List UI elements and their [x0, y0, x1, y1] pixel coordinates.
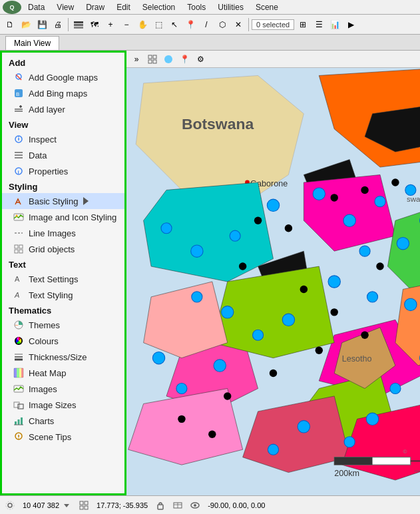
extra-button[interactable]: ▶: [343, 17, 358, 32]
layers-button[interactable]: [71, 17, 86, 32]
table-view-button[interactable]: ☰: [312, 17, 326, 32]
sidebar-item-image-sizes[interactable]: Image Sizes: [2, 397, 124, 413]
sidebar-label-properties: Properties: [29, 166, 68, 176]
pointer-button[interactable]: ↖: [167, 17, 182, 32]
grid-objects-icon: [13, 243, 25, 255]
map-toolbar-pin[interactable]: 📍: [177, 52, 192, 67]
tab-main-view[interactable]: Main View: [5, 36, 59, 50]
sidebar-label-themes: Themes: [29, 320, 60, 330]
svg-rect-15: [15, 154, 23, 156]
sidebar-item-heat-map[interactable]: Heat Map: [2, 365, 124, 381]
sidebar-label-add-layer: Add layer: [29, 105, 65, 115]
sidebar-item-themes[interactable]: Themes: [2, 317, 124, 333]
menu-edit[interactable]: Edit: [111, 1, 136, 13]
map-area[interactable]: » 📍 ⚙ Botswana Gaborone: [126, 51, 420, 495]
sidebar-item-add-bing-maps[interactable]: B Add Bing maps: [2, 85, 124, 101]
svg-point-112: [6, 501, 14, 509]
section-header-add: Add: [2, 55, 124, 69]
menu-scene[interactable]: Scene: [250, 1, 284, 13]
status-coordinate: 10 407 382: [23, 501, 71, 510]
map-button[interactable]: 🗺: [87, 17, 102, 32]
svg-point-123: [194, 504, 196, 507]
zoom-in-button[interactable]: +: [103, 17, 118, 32]
sidebar-item-add-google-maps[interactable]: Add Google maps: [2, 69, 124, 85]
svg-point-78: [298, 421, 310, 433]
menu-tools[interactable]: Tools: [182, 1, 211, 13]
svg-point-71: [367, 292, 378, 302]
new-button[interactable]: 🗋: [3, 17, 17, 32]
svg-point-87: [230, 230, 240, 241]
data-icon: [13, 149, 25, 161]
map-toolbar-grid[interactable]: [145, 52, 160, 67]
svg-rect-42: [18, 404, 23, 409]
section-header-view: View: [2, 117, 124, 131]
sidebar-item-scene-tips[interactable]: Scene Tips: [2, 429, 124, 445]
draw-line-button[interactable]: /: [199, 17, 214, 32]
selection-count: 0 selected: [252, 19, 294, 30]
sidebar-item-inspect[interactable]: Inspect: [2, 131, 124, 147]
print-button[interactable]: 🖨: [51, 17, 65, 32]
sidebar-item-text-styling[interactable]: A Text Styling: [2, 287, 124, 303]
line-images-icon: [13, 227, 25, 239]
selection-btn2[interactable]: ⊞: [296, 17, 310, 32]
sidebar-label-scene-tips: Scene Tips: [29, 432, 71, 442]
svg-rect-44: [18, 419, 20, 425]
select-button[interactable]: ⬚: [151, 17, 166, 32]
sidebar-item-properties[interactable]: i Properties: [2, 163, 124, 179]
svg-point-88: [191, 245, 203, 257]
menu-selection[interactable]: Selection: [137, 1, 180, 13]
svg-point-86: [282, 314, 294, 326]
sidebar-item-basic-styling[interactable]: Basic Styling: [2, 193, 124, 209]
svg-rect-114: [80, 501, 83, 505]
dropdown-icon[interactable]: [62, 501, 71, 510]
status-coords-detail: 17.773; -35.935: [97, 501, 148, 509]
zoom-out-button[interactable]: −: [119, 17, 134, 32]
menu-view[interactable]: View: [51, 1, 79, 13]
map-toolbar-color[interactable]: [161, 52, 176, 67]
svg-rect-38: [19, 368, 21, 378]
sidebar-label-text-styling: Text Styling: [29, 290, 73, 300]
svg-rect-43: [15, 421, 17, 425]
sidebar-item-add-layer[interactable]: Add layer: [2, 101, 124, 117]
svg-point-85: [253, 330, 264, 340]
svg-point-100: [208, 431, 216, 438]
map-sub-toolbar: » 📍 ⚙: [126, 51, 420, 68]
draw-polygon-button[interactable]: ⬡: [215, 17, 230, 32]
cursor-indicator: [83, 197, 89, 205]
section-header-thematics: Thematics: [2, 303, 124, 317]
sidebar-item-thickness-size[interactable]: Thickness/Size: [2, 349, 124, 365]
svg-point-103: [391, 178, 399, 186]
save-button[interactable]: 💾: [35, 17, 49, 32]
sidebar-item-image-icon-styling[interactable]: Image and Icon Styling: [2, 209, 124, 225]
map-toolbar-expand[interactable]: »: [129, 52, 144, 67]
images-icon: [13, 383, 25, 395]
eye-icon: [190, 501, 200, 510]
draw-point-button[interactable]: 📍: [183, 17, 198, 32]
sidebar-item-text-settings[interactable]: A Text Settings: [2, 271, 124, 287]
menu-utilities[interactable]: Utilities: [212, 1, 249, 13]
sidebar-item-grid-objects[interactable]: Grid objects: [2, 241, 124, 257]
sidebar-item-colours[interactable]: Colours: [2, 333, 124, 349]
sidebar-item-charts[interactable]: Charts: [2, 413, 124, 429]
svg-rect-16: [15, 157, 23, 158]
svg-point-76: [366, 413, 378, 425]
menu-draw[interactable]: Draw: [81, 1, 110, 13]
close-select-button[interactable]: ✕: [231, 17, 246, 32]
pan-button[interactable]: ✋: [135, 17, 150, 32]
sidebar-label-add-google-maps: Add Google maps: [29, 73, 98, 83]
svg-point-94: [330, 308, 337, 316]
chart-button2[interactable]: 📊: [327, 17, 342, 32]
map-toolbar-settings[interactable]: ⚙: [193, 52, 208, 67]
status-gear[interactable]: [5, 501, 15, 510]
open-button[interactable]: 📂: [19, 17, 33, 32]
basic-styling-icon: [13, 195, 25, 207]
sidebar-item-line-images[interactable]: Line Images: [2, 225, 124, 241]
status-eye-icon-container: [190, 501, 200, 510]
sidebar-item-data[interactable]: Data: [2, 147, 124, 163]
svg-rect-36: [14, 368, 17, 378]
sidebar-label-grid-objects: Grid objects: [29, 244, 75, 254]
sidebar-label-basic-styling: Basic Styling: [29, 196, 78, 206]
svg-point-79: [268, 444, 278, 455]
menu-data[interactable]: Data: [23, 1, 50, 13]
sidebar-item-images[interactable]: Images: [2, 381, 124, 397]
